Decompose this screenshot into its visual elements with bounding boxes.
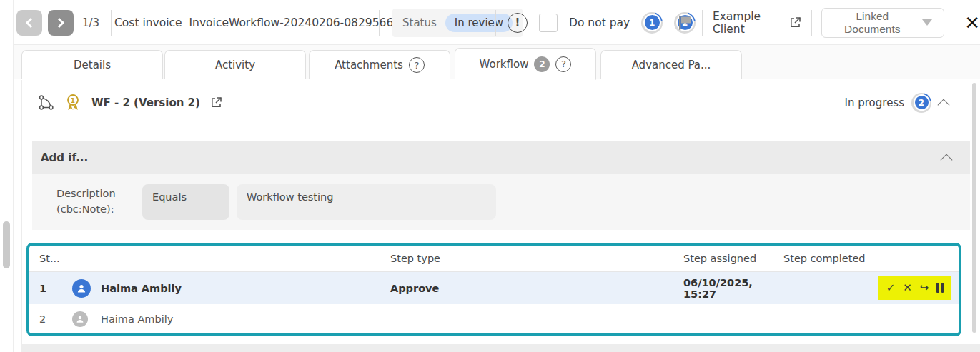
step-assigned-value: 06/10/2025, 15:27: [683, 277, 783, 300]
workflow-header-left: 1 WF - 2 (Version 2): [22, 94, 222, 112]
tab-details[interactable]: Details: [21, 50, 163, 79]
tab-label: Attachments: [335, 59, 403, 71]
step-number: 1: [39, 283, 72, 294]
bottom-strip: [21, 344, 980, 352]
approve-check-icon[interactable]: ✓: [886, 283, 896, 293]
document-number: InvoiceWorkflow-20240206-0829566: [189, 16, 394, 29]
medal-icon: 1: [64, 94, 81, 112]
condition-header[interactable]: Add if...: [32, 141, 970, 174]
workflow-title: WF - 2 (Version 2): [91, 96, 200, 109]
chevron-up-icon[interactable]: [939, 97, 950, 109]
step-number: 2: [39, 313, 72, 325]
divider: [379, 10, 380, 36]
column-step-type: Step type: [390, 253, 683, 264]
divider: [702, 10, 703, 36]
step-actions-highlight: ✓ ✕ ↪: [878, 276, 951, 300]
workflow-status-badge: 2: [911, 93, 931, 113]
condition-field-line2: (cbc:Note):: [56, 201, 116, 217]
divider: [111, 10, 112, 36]
assignee-name: Haima Ambily: [101, 313, 390, 325]
condition-value-input[interactable]: Workflow testing: [237, 184, 496, 220]
condition-operator-select[interactable]: Equals: [142, 184, 229, 220]
workflow-branch-icon: [38, 94, 54, 111]
divider: [495, 10, 496, 36]
notification-badge-1[interactable]: 1: [641, 12, 663, 34]
linked-documents-dropdown[interactable]: Linked Documents: [821, 8, 944, 38]
tab-attachments[interactable]: Attachments ?: [309, 50, 450, 79]
doc-nav-group: 1/3: [16, 0, 112, 45]
tab-label: Activity: [215, 59, 255, 71]
step-type-value: Approve: [390, 283, 683, 294]
open-workflow-external-icon[interactable]: [210, 96, 222, 109]
table-row-step-1[interactable]: 1 Haima Ambily Approve 06/10/2025, 15:27…: [29, 272, 959, 304]
column-step-completed: Step completed: [783, 253, 959, 264]
chevron-right-icon: [54, 17, 64, 27]
status-label: Status: [402, 16, 437, 29]
next-document-button[interactable]: [48, 10, 74, 36]
table-row-step-2[interactable]: 2 Haima Ambily: [29, 304, 959, 333]
forward-arrow-icon[interactable]: ↪: [920, 283, 929, 293]
right-group: Example Client Linked Documents ✕: [678, 0, 980, 45]
workflow-header-right: In progress 2: [845, 93, 950, 113]
step-connector-line: [91, 296, 91, 313]
condition-body: Description (cbc:Note): Equals Workflow …: [32, 174, 970, 230]
workflow-status-label: In progress: [845, 96, 904, 109]
flag-icon[interactable]: [678, 15, 692, 31]
left-scrollbar-thumb[interactable]: [3, 221, 10, 268]
tab-bar: Details Activity Attachments ? Workflow …: [14, 45, 980, 79]
workflow-steps-table: St... Step type Step assigned Step compl…: [26, 243, 961, 336]
workflow-header: 1 WF - 2 (Version 2) In progress 2: [22, 84, 970, 121]
column-step: St...: [39, 253, 390, 264]
reject-cross-icon[interactable]: ✕: [903, 283, 912, 293]
document-pagination: 1/3: [82, 16, 99, 29]
tab-label: Workflow: [480, 58, 529, 71]
tab-activity[interactable]: Activity: [164, 50, 306, 79]
column-step-assigned: Step assigned: [683, 253, 783, 264]
tab-label: Advanced Pa...: [632, 59, 711, 71]
assignee-avatar: [72, 279, 91, 298]
chevron-up-icon[interactable]: [941, 152, 953, 164]
condition-field-line1: Description: [56, 186, 116, 201]
do-not-pay-label: Do not pay: [569, 16, 630, 29]
chevron-down-icon: [922, 19, 932, 26]
help-icon[interactable]: ?: [409, 57, 425, 73]
svg-text:1: 1: [71, 96, 75, 104]
document-title: Cost invoice InvoiceWorkflow-20240206-08…: [114, 0, 393, 45]
top-bar: 1/3 Cost invoice InvoiceWorkflow-2024020…: [14, 0, 980, 45]
tab-workflow[interactable]: Workflow 2 ?: [455, 48, 596, 80]
client-link[interactable]: Example Client: [713, 10, 801, 36]
condition-field-label: Description (cbc:Note):: [56, 186, 116, 217]
document-type-label: Cost invoice: [114, 16, 182, 29]
previous-document-button[interactable]: [16, 10, 42, 36]
steps-table-header: St... Step type Step assigned Step compl…: [29, 246, 959, 272]
divider: [811, 10, 812, 36]
panel-scrollbar-thumb[interactable]: [972, 83, 976, 333]
invoice-workflow-window: 1/3 Cost invoice InvoiceWorkflow-2024020…: [0, 0, 980, 352]
client-link-label: Example Client: [713, 10, 783, 36]
chevron-left-icon: [26, 17, 36, 27]
close-icon[interactable]: ✕: [964, 14, 980, 32]
workflow-count-badge: 2: [534, 56, 550, 72]
warning-icon: !: [508, 13, 528, 33]
pause-icon[interactable]: [936, 283, 944, 293]
assignee-name: Haima Ambily: [101, 283, 390, 294]
help-icon[interactable]: ?: [555, 56, 571, 72]
pay-group: ! Do not pay 1 2: [495, 0, 696, 45]
do-not-pay-checkbox[interactable]: [539, 14, 558, 32]
linked-documents-label: Linked Documents: [833, 10, 911, 36]
condition-header-label: Add if...: [41, 151, 88, 164]
tab-label: Details: [74, 59, 111, 71]
workflow-panel: 1 WF - 2 (Version 2) In progress 2 Add i…: [21, 80, 969, 344]
tab-advanced[interactable]: Advanced Pa...: [600, 50, 742, 79]
external-link-icon: [789, 16, 801, 29]
assignee-avatar: [72, 311, 88, 327]
